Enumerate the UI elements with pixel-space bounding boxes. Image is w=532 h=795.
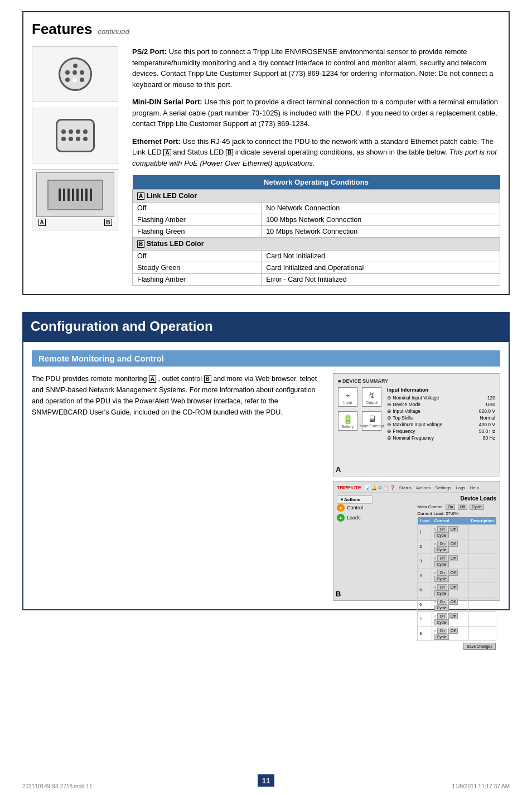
ds-output-icon: ↯ Output xyxy=(362,387,381,407)
ds-network-icon: 🖥 More/External xyxy=(362,411,381,431)
off-btn-4[interactable]: Off xyxy=(448,570,458,576)
network-table-title: Network Operating Conditions xyxy=(133,175,500,190)
page: Features continued xyxy=(0,0,532,795)
ds-content: ⌁ Input ↯ Output xyxy=(338,387,495,442)
on-btn-3[interactable]: On xyxy=(437,555,447,561)
remote-text-1: The PDU provides remote monitoring xyxy=(32,375,147,383)
off-btn-7[interactable]: Off xyxy=(448,613,458,619)
pa-loads-label: Loads xyxy=(347,515,361,521)
timestamp: 11/9/2011 11:17:37 AM xyxy=(452,783,510,789)
cycle-btn-5[interactable]: Cycle xyxy=(434,590,449,596)
pa-on-btn[interactable]: On xyxy=(446,504,455,510)
features-text: PS/2 Port: Use this port to connect a Tr… xyxy=(132,46,500,286)
remote-text: The PDU provides remote monitoring A , o… xyxy=(32,373,322,601)
cycle-btn-2[interactable]: Cycle xyxy=(434,547,449,553)
ds-info-row-3: ⊕ Input Voltage 620.0 V xyxy=(387,408,495,414)
cycle-btn-8[interactable]: Cycle xyxy=(434,634,449,640)
link-label-box: A xyxy=(137,192,144,200)
on-btn-2[interactable]: On xyxy=(437,541,447,547)
pa-table-header: Load Control Description xyxy=(418,517,496,525)
remote-monitoring-header: Remote Monitoring and Control xyxy=(32,350,500,367)
document-id: 201110149-93-2718.indd 11 xyxy=(22,783,93,789)
status-label-box: B xyxy=(137,240,144,248)
ds-info-row-7: ⊕ Nominal Frequency 60 Hz xyxy=(387,435,495,441)
off-btn-1[interactable]: Off xyxy=(448,526,458,532)
pa-main-control-line: Main Control: On Off Cycle xyxy=(417,504,496,510)
pa-control-icon: ● xyxy=(337,504,345,512)
ds-battery-network-row: 🔋 Battery 🖥 More/External xyxy=(338,411,383,431)
device-summary-mockup: ■ DEVICE SUMMARY ⌁ Input xyxy=(333,373,500,476)
cycle-btn-7[interactable]: Cycle xyxy=(434,619,449,625)
table-row: Off No Network Connection xyxy=(133,203,500,214)
pa-body: ▾ Actions ● Control ● Loads xyxy=(337,495,496,650)
pa-current-load-line: Current Load: 57.6% xyxy=(417,511,496,516)
status-steady-status: Steady Green xyxy=(133,262,262,274)
pa-table-row: 3○OnOffCycle xyxy=(418,554,496,568)
pa-actions-btn[interactable]: ▾ Actions xyxy=(337,495,373,504)
pa-loads-table: Load Control Description 1○OnOffCycle 2○… xyxy=(417,517,496,641)
table-row: Flashing Green 10 Mbps Network Connectio… xyxy=(133,226,500,238)
pa-save-changes-btn[interactable]: Save Changes xyxy=(463,643,496,650)
config-title: Configuration and Operation xyxy=(31,319,213,334)
device-summary-title: ■ DEVICE SUMMARY xyxy=(338,378,495,384)
off-btn-6[interactable]: Off xyxy=(448,599,458,605)
status-led-header: B Status LED Color xyxy=(133,238,500,250)
off-btn-8[interactable]: Off xyxy=(448,628,458,634)
link-led-label-inline: A xyxy=(163,149,171,156)
cycle-btn-1[interactable]: Cycle xyxy=(434,532,449,538)
ps2-port-image xyxy=(32,46,118,102)
cycle-btn-3[interactable]: Cycle xyxy=(434,561,449,567)
status-led-label-inline: B xyxy=(226,149,233,156)
pa-control-item[interactable]: ● Control xyxy=(337,504,373,512)
pa-col-load: Load xyxy=(418,517,432,525)
on-btn-5[interactable]: On xyxy=(437,584,447,590)
ds-info-row-1: ⊕ Nominal Input Voltage 120 xyxy=(387,395,495,401)
ps2-port-title: PS/2 Port: xyxy=(132,47,167,56)
pa-main-panel: Device Loads Main Control: On Off Cycle … xyxy=(417,495,496,650)
table-row: Flashing Amber 100 Mbps Network Connecti… xyxy=(133,214,500,226)
features-section: Features continued xyxy=(22,11,510,295)
pa-nav: Status Actions Settings Logs Help xyxy=(399,485,479,490)
minidin-title: Mini-DIN Serial Port: xyxy=(132,98,202,106)
ds-info-row-2: ⊕ Device Mode UB0 xyxy=(387,402,495,407)
status-flash-desc: Error - Card Not Initialized xyxy=(262,274,500,286)
pa-table-row: 2○OnOffCycle xyxy=(418,539,496,554)
pa-table-row: 6○OnOffCycle xyxy=(418,598,496,612)
cycle-btn-4[interactable]: Cycle xyxy=(434,576,449,582)
features-subtitle: continued xyxy=(98,27,129,36)
pa-save-area: Save Changes xyxy=(417,643,496,650)
remote-images: ■ DEVICE SUMMARY ⌁ Input xyxy=(333,373,500,601)
minidin-paragraph: Mini-DIN Serial Port: Use this port to p… xyxy=(132,97,500,129)
config-header-bar: Configuration and Operation xyxy=(22,312,510,341)
eth-label-b: B xyxy=(104,218,112,226)
minidin-port-image xyxy=(32,108,118,163)
on-btn-6[interactable]: On xyxy=(437,599,447,605)
ethernet-text2: and Status LED xyxy=(173,148,224,156)
remote-text-2: , outlet control xyxy=(158,375,202,383)
link-green-status: Flashing Green xyxy=(133,226,262,238)
pa-off-btn[interactable]: Off xyxy=(458,504,467,510)
on-btn-1[interactable]: On xyxy=(437,526,447,532)
remote-content: The PDU provides remote monitoring A , o… xyxy=(32,373,500,601)
off-btn-3[interactable]: Off xyxy=(448,555,458,561)
status-steady-desc: Card Initialized and Operational xyxy=(262,262,500,274)
link-amber-status: Flashing Amber xyxy=(133,214,262,226)
status-off-desc: Card Not Initialized xyxy=(262,250,500,262)
pa-control-label: Control xyxy=(347,505,363,510)
off-btn-2[interactable]: Off xyxy=(448,541,458,547)
features-header: Features continued xyxy=(32,21,500,38)
link-off-desc: No Network Connection xyxy=(262,203,500,214)
pa-loads-item[interactable]: ● Loads xyxy=(337,514,373,522)
cycle-btn-6[interactable]: Cycle xyxy=(434,605,449,611)
status-off-status: Off xyxy=(133,250,262,262)
pa-cycle-btn[interactable]: Cycle xyxy=(470,504,484,510)
ds-battery-icon: 🔋 Battery xyxy=(338,411,357,431)
pa-table-row: 4○OnOffCycle xyxy=(418,568,496,583)
off-btn-5[interactable]: Off xyxy=(448,584,458,590)
on-btn-7[interactable]: On xyxy=(437,613,447,619)
ds-info: Input Information ⊕ Nominal Input Voltag… xyxy=(387,387,495,442)
on-btn-8[interactable]: On xyxy=(437,628,447,634)
on-btn-4[interactable]: On xyxy=(437,570,447,576)
table-row: Flashing Amber Error - Card Not Initiali… xyxy=(133,274,500,286)
config-section: Configuration and Operation Remote Monit… xyxy=(22,312,510,610)
